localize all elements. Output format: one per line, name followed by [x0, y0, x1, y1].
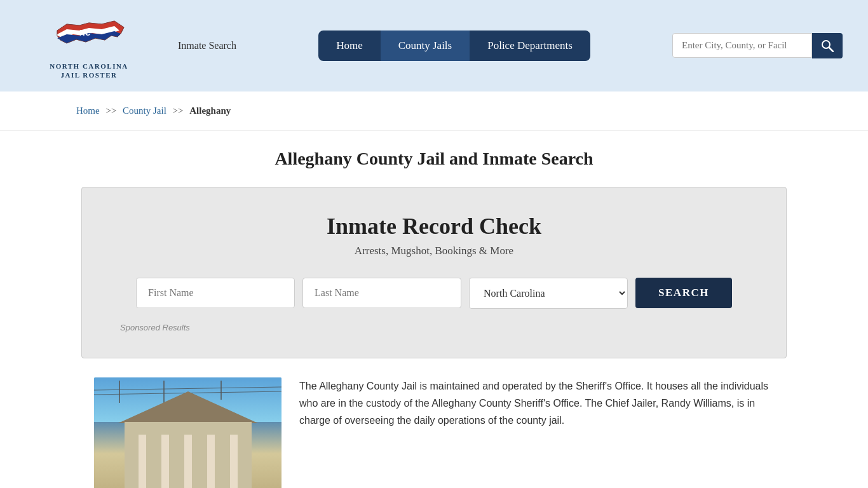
- state-select[interactable]: AlabamaAlaskaArizonaArkansasCaliforniaCo…: [469, 278, 628, 309]
- breadcrumb-sep2: >>: [173, 105, 184, 116]
- breadcrumb-county-jail-link[interactable]: County Jail: [123, 105, 166, 116]
- nc-logo-icon: NC: [44, 11, 133, 59]
- svg-line-9: [94, 387, 281, 390]
- record-check-title: Inmate Record Check: [120, 213, 748, 240]
- inmate-search-link[interactable]: Inmate Search: [178, 40, 236, 51]
- content-section: The Alleghany County Jail is maintained …: [81, 377, 787, 488]
- svg-line-8: [829, 48, 833, 51]
- header-search-input[interactable]: [672, 33, 812, 58]
- page-title: Alleghany County Jail and Inmate Search: [25, 149, 843, 169]
- breadcrumb-sep1: >>: [105, 105, 116, 116]
- record-check-subtitle: Arrests, Mugshot, Bookings & More: [120, 245, 748, 257]
- page-title-area: Alleghany County Jail and Inmate Search: [0, 131, 868, 180]
- jail-description: The Alleghany County Jail is maintained …: [299, 377, 774, 430]
- svg-text:NC: NC: [79, 29, 91, 37]
- nav-home-button[interactable]: Home: [318, 30, 381, 61]
- header-search-button[interactable]: [812, 33, 843, 58]
- breadcrumb-current: Alleghany: [189, 105, 231, 116]
- logo-text: NORTH CAROLINA JAIL ROSTER: [50, 62, 128, 80]
- inmate-search-form: AlabamaAlaskaArizonaArkansasCaliforniaCo…: [120, 278, 748, 309]
- main-nav: Home County Jails Police Departments: [255, 30, 653, 61]
- last-name-input[interactable]: [302, 278, 461, 308]
- logo-area: NC NORTH CAROLINA JAIL ROSTER: [25, 11, 153, 80]
- first-name-input[interactable]: [136, 278, 295, 308]
- jail-image: [94, 377, 281, 488]
- site-header: NC NORTH CAROLINA JAIL ROSTER Inmate Sea…: [0, 0, 868, 92]
- header-search-area: [672, 33, 843, 58]
- record-check-box: Inmate Record Check Arrests, Mugshot, Bo…: [81, 187, 787, 358]
- sponsored-label: Sponsored Results: [120, 323, 748, 332]
- nav-police-departments-button[interactable]: Police Departments: [470, 30, 590, 61]
- breadcrumb-home-link[interactable]: Home: [76, 105, 100, 116]
- search-button[interactable]: SEARCH: [635, 278, 732, 308]
- search-icon: [821, 39, 834, 52]
- breadcrumb-bar: Home >> County Jail >> Alleghany: [0, 92, 868, 131]
- breadcrumb: Home >> County Jail >> Alleghany: [76, 105, 792, 116]
- nav-county-jails-button[interactable]: County Jails: [381, 30, 470, 61]
